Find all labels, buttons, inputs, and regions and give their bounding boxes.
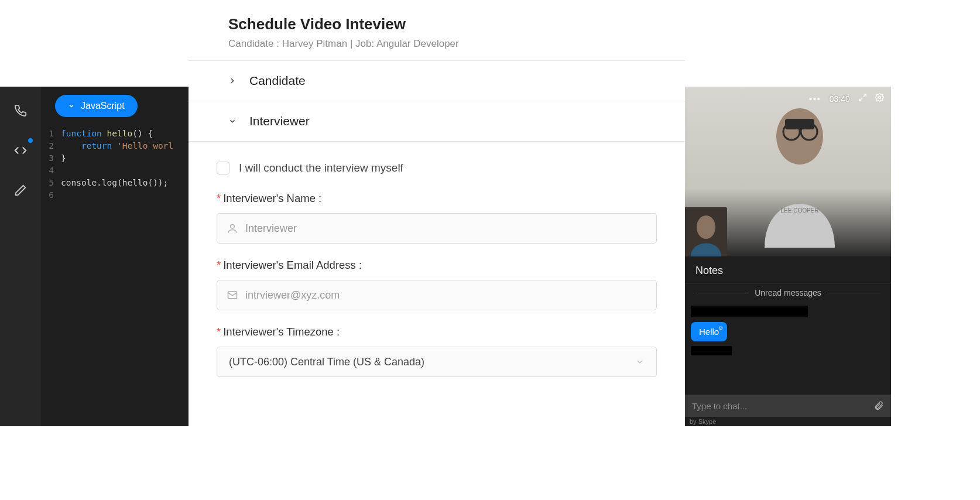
svg-text:LEE COOPER: LEE COOPER [780, 207, 818, 214]
tz-label: Interviewer's Timezone : [223, 326, 340, 338]
field-interviewer-email: *Interviewer's Email Address : [212, 259, 662, 310]
section-interviewer-label: Interviewer [249, 114, 310, 128]
section-candidate[interactable]: Candidate [189, 61, 685, 101]
redacted-line [691, 306, 808, 317]
unread-label: Unread messages [755, 288, 821, 297]
unread-divider: Unread messages [685, 283, 891, 302]
field-interviewer-timezone: *Interviewer's Timezone : (UTC-06:00) Ce… [212, 326, 662, 377]
schedule-form-panel: Schedule Video Inteview Candidate : Harv… [189, 0, 685, 463]
mail-icon [227, 289, 238, 301]
redacted-line [691, 346, 732, 355]
code-icon[interactable] [0, 135, 41, 166]
chat-input-row [685, 395, 891, 417]
form-body: I will conduct the interview myself *Int… [189, 142, 685, 377]
svg-point-0 [231, 224, 235, 228]
chevron-down-icon [635, 357, 645, 367]
phone-icon[interactable] [0, 95, 41, 126]
language-label: JavaScript [81, 101, 125, 111]
person-icon [227, 222, 238, 234]
chevron-down-icon [228, 117, 237, 125]
page-subtitle: Candidate : Harvey Pitman | Job: Angular… [228, 38, 664, 50]
video-area: ••• 03:40 LEE COOPER [685, 87, 891, 256]
chat-message: Hello ☺ [691, 322, 727, 341]
chat-area: Hello ☺ [685, 302, 891, 395]
chevron-right-icon [228, 77, 237, 85]
tz-select[interactable]: (UTC-06:00) Central Time (US & Canada) [217, 347, 657, 377]
email-label: Interviewer's Email Address : [223, 259, 362, 271]
video-call-panel: ••• 03:40 LEE COOPER [685, 87, 891, 426]
paperclip-icon[interactable] [873, 400, 884, 411]
self-conduct-row: I will conduct the interview myself [217, 162, 662, 174]
tz-value: (UTC-06:00) Central Time (US & Canada) [229, 356, 424, 368]
code-editor-panel: JavaScript 1function hello() { 2 return … [0, 87, 189, 426]
pencil-icon[interactable] [0, 174, 41, 206]
editor-sidebar [0, 87, 41, 426]
svg-point-13 [697, 215, 715, 239]
notes-header[interactable]: Notes [685, 256, 891, 283]
email-input[interactable] [245, 289, 647, 302]
smiley-icon: ☺ [718, 324, 724, 331]
code-area[interactable]: 1function hello() { 2 return 'Hello worl… [41, 128, 189, 201]
form-header: Schedule Video Inteview Candidate : Harv… [189, 0, 685, 61]
chat-input[interactable] [692, 401, 873, 411]
powered-by: by Skype [685, 417, 891, 426]
section-candidate-label: Candidate [249, 74, 306, 88]
pip-self-video[interactable] [685, 207, 727, 256]
editor-main: JavaScript 1function hello() { 2 return … [41, 87, 189, 426]
name-input[interactable] [245, 222, 647, 235]
name-label: Interviewer's Name : [223, 192, 321, 204]
self-conduct-checkbox[interactable] [217, 162, 229, 174]
section-interviewer[interactable]: Interviewer [189, 101, 685, 142]
language-selector[interactable]: JavaScript [55, 95, 138, 117]
field-interviewer-name: *Interviewer's Name : [212, 192, 662, 244]
chat-message-text: Hello [699, 327, 719, 337]
self-conduct-label: I will conduct the interview myself [239, 162, 403, 174]
page-title: Schedule Video Inteview [228, 15, 664, 33]
